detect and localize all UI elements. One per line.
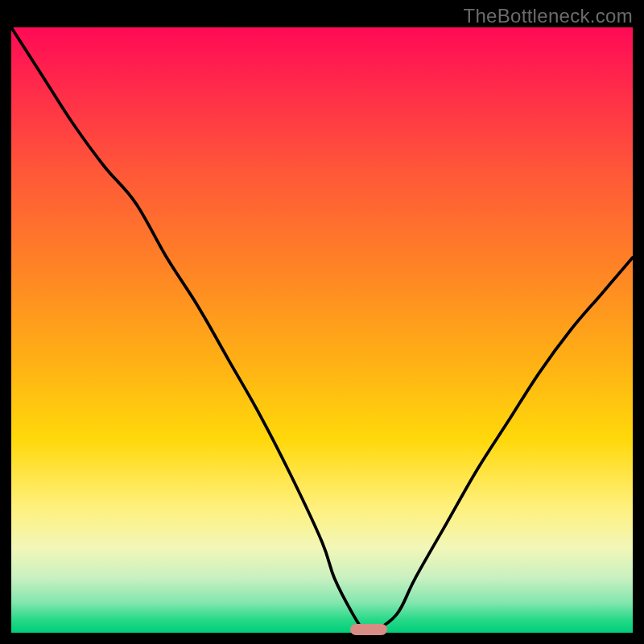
bottleneck-curve [11,27,633,633]
optimum-marker [350,624,387,635]
watermark-text: TheBottleneck.com [463,5,633,27]
plot-area: bottleneck-curve [11,27,633,633]
chart-frame: bottleneck-curve TheBottleneck.com [0,0,644,644]
